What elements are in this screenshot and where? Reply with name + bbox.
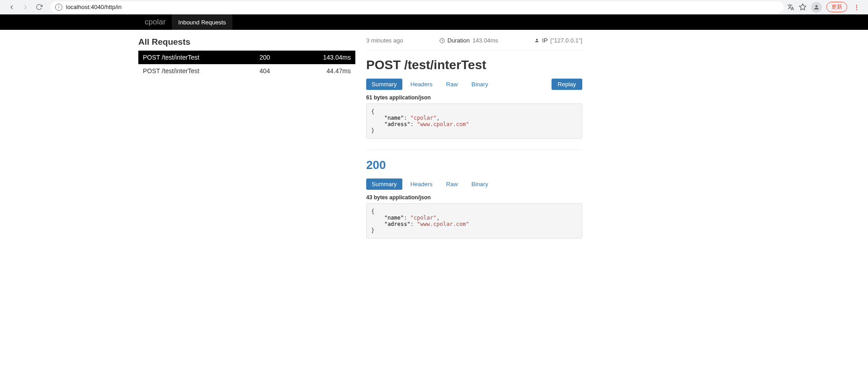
tab-binary-request[interactable]: Binary [466, 79, 494, 90]
forward-button[interactable] [19, 1, 32, 14]
update-button[interactable]: 更新 [826, 2, 847, 12]
url-text: localhost:4040/http/in [66, 4, 122, 10]
clock-icon [439, 38, 445, 43]
response-tab-row: Summary Headers Raw Binary [366, 178, 582, 190]
chrome-right-controls: 更新 ⋮ [787, 2, 864, 13]
nav-inbound-requests[interactable]: Inbound Requests [172, 14, 232, 30]
response-status-code: 200 [366, 158, 582, 172]
meta-time-ago: 3 minutes ago [366, 37, 403, 44]
response-body-block: { "name": "cpolar", "adress": "www.cpola… [366, 203, 582, 239]
ip-label: IP [542, 37, 547, 44]
ip-value: ["127.0.0.1"] [550, 37, 582, 44]
request-duration: 44.47ms [290, 64, 355, 78]
request-status: 200 [255, 51, 290, 64]
meta-ip: IP ["127.0.0.1"] [534, 37, 582, 44]
reload-button[interactable] [33, 1, 45, 14]
chrome-menu-icon[interactable]: ⋮ [852, 4, 862, 11]
section-divider [366, 150, 582, 150]
meta-duration: Duration 143.04ms [439, 37, 498, 44]
left-column: All Requests POST /test/interTest200143.… [138, 37, 355, 249]
request-body-block: { "name": "cpolar", "adress": "www.cpola… [366, 103, 582, 139]
user-icon [534, 38, 539, 43]
request-status: 404 [255, 64, 290, 78]
browser-toolbar: i localhost:4040/http/in 更新 ⋮ [0, 0, 868, 14]
duration-label: Duration [448, 37, 470, 44]
right-column: 3 minutes ago Duration 143.04ms IP ["127… [366, 37, 582, 249]
requests-table: POST /test/interTest200143.04msPOST /tes… [138, 51, 355, 78]
replay-button[interactable]: Replay [552, 79, 582, 90]
tab-summary-request[interactable]: Summary [366, 79, 402, 90]
duration-value: 143.04ms [472, 37, 498, 44]
tab-headers-response[interactable]: Headers [405, 178, 438, 190]
svg-marker-0 [799, 4, 806, 9]
profile-icon[interactable] [811, 2, 822, 13]
main-container: All Requests POST /test/interTest200143.… [0, 30, 868, 277]
translate-icon[interactable] [787, 4, 794, 11]
tab-headers-request[interactable]: Headers [405, 79, 438, 90]
request-row[interactable]: POST /test/interTest200143.04ms [138, 51, 355, 64]
detail-meta-row: 3 minutes ago Duration 143.04ms IP ["127… [366, 37, 582, 51]
tab-raw-request[interactable]: Raw [441, 79, 463, 90]
tab-summary-response[interactable]: Summary [366, 178, 402, 190]
back-button[interactable] [5, 1, 18, 14]
site-info-icon[interactable]: i [55, 4, 62, 11]
tab-binary-response[interactable]: Binary [466, 178, 494, 190]
app-topnav: cpolar Inbound Requests [0, 14, 868, 30]
request-method-path: POST /test/interTest [138, 64, 255, 78]
response-body-meta: 43 bytes application/json [366, 194, 582, 201]
request-row[interactable]: POST /test/interTest40444.47ms [138, 64, 355, 78]
all-requests-title: All Requests [138, 37, 355, 47]
star-icon[interactable] [799, 3, 807, 11]
request-body-meta: 61 bytes application/json [366, 94, 582, 101]
address-bar[interactable]: i localhost:4040/http/in [51, 1, 783, 13]
request-heading: POST /test/interTest [366, 58, 582, 72]
request-method-path: POST /test/interTest [138, 51, 255, 64]
time-ago-value: 3 minutes ago [366, 37, 403, 44]
brand-label[interactable]: cpolar [138, 18, 172, 27]
request-tab-row: Summary Headers Raw Binary Replay [366, 79, 582, 90]
tab-raw-response[interactable]: Raw [441, 178, 463, 190]
request-duration: 143.04ms [290, 51, 355, 64]
nav-arrows [4, 1, 47, 14]
